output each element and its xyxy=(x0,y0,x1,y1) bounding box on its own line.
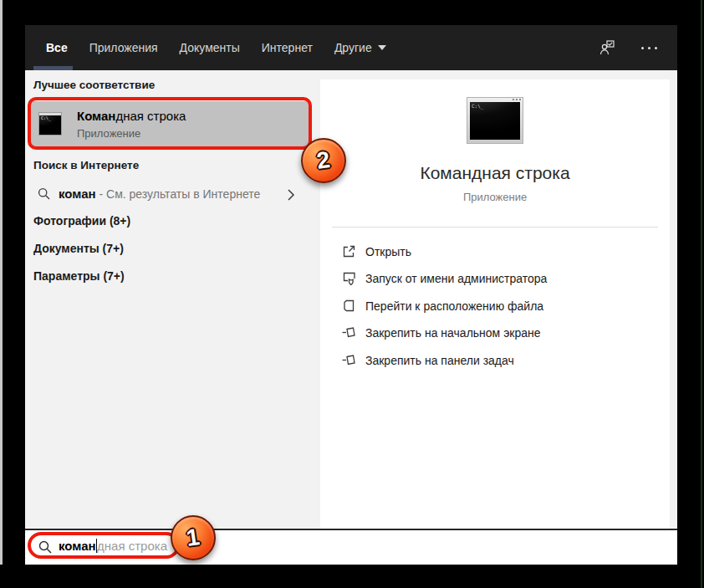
preview-app-subtitle: Приложение xyxy=(320,191,670,203)
web-suggestion-text: коман - См. результаты в Интернете xyxy=(59,187,260,201)
pin-icon xyxy=(341,352,357,368)
group-photos[interactable]: Фотографии (8+) xyxy=(33,214,130,228)
action-open-file-location[interactable]: Перейти к расположению файла xyxy=(320,293,670,320)
more-options-icon[interactable] xyxy=(639,38,659,58)
screenshot-edge-artifact-left xyxy=(0,0,3,565)
file-location-icon xyxy=(341,298,357,314)
action-label: Перейти к расположению файла xyxy=(365,299,543,313)
web-search-header: Поиск в Интернете xyxy=(33,159,139,171)
group-settings[interactable]: Параметры (7+) xyxy=(33,269,125,283)
pin-icon xyxy=(341,325,357,340)
ellipsis-icon xyxy=(641,47,657,49)
preview-app-title: Командная строка xyxy=(320,163,670,183)
cmd-icon-large: C:\_ xyxy=(467,97,523,144)
chevron-down-icon xyxy=(378,45,386,50)
chevron-right-icon[interactable] xyxy=(287,188,295,202)
action-open[interactable]: Открыть xyxy=(320,238,670,265)
annotation-highlight-search-input xyxy=(28,532,180,559)
web-suggestion-row[interactable]: коман - См. результаты в Интернете xyxy=(25,182,314,209)
action-label: Закрепить на начальном экране xyxy=(365,326,541,340)
action-pin-to-start[interactable]: Закрепить на начальном экране xyxy=(320,320,670,346)
tab-more-label: Другие xyxy=(334,41,372,54)
search-filter-tabbar: Все Приложения Документы Интернет Другие xyxy=(25,25,677,70)
action-pin-to-taskbar[interactable]: Закрепить на панели задач xyxy=(320,347,670,374)
preview-pane: C:\_ Командная строка Приложение Открыть xyxy=(320,79,670,529)
best-match-header: Лучшее соответствие xyxy=(33,79,155,91)
search-icon xyxy=(37,187,52,202)
tab-more[interactable]: Другие xyxy=(334,41,386,54)
open-icon xyxy=(341,243,357,259)
action-label: Закрепить на панели задач xyxy=(365,354,514,367)
tab-apps[interactable]: Приложения xyxy=(89,41,158,54)
admin-shield-icon xyxy=(341,270,357,286)
tab-documents[interactable]: Документы xyxy=(180,41,240,54)
annotation-step-badge-2: 2 xyxy=(301,138,346,183)
screenshot-edge-artifact-right xyxy=(701,0,702,588)
action-run-as-admin[interactable]: Запуск от имени администратора xyxy=(320,265,670,292)
annotation-highlight-best-match xyxy=(28,97,312,150)
tab-web[interactable]: Интернет xyxy=(262,41,313,54)
group-documents[interactable]: Документы (7+) xyxy=(33,242,124,255)
preview-divider xyxy=(332,227,658,228)
user-feedback-icon[interactable] xyxy=(597,38,617,58)
action-label: Запуск от имени администратора xyxy=(365,272,547,285)
action-label: Открыть xyxy=(365,245,411,258)
tab-all[interactable]: Все xyxy=(46,41,68,54)
annotation-step-badge-1: 1 xyxy=(171,515,216,560)
